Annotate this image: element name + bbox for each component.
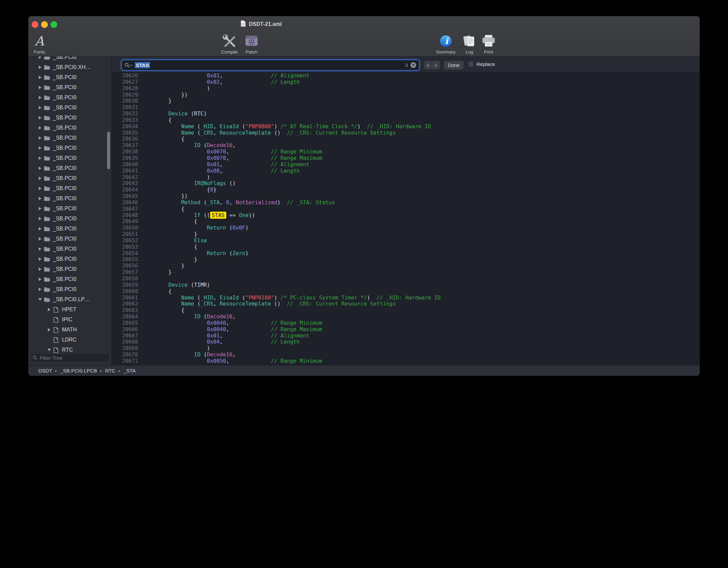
sidebar-item-math[interactable]: MATH (28, 325, 111, 335)
search-field[interactable]: ▾ STAS 3 ✕ (122, 60, 419, 70)
breadcrumb-item[interactable]: DSDT (38, 368, 52, 374)
sidebar-item-sb-pci0[interactable]: _SB.PCI0 (28, 133, 111, 143)
line-number: 20640 (112, 162, 138, 168)
code-line: 20651 } (112, 231, 700, 238)
code-view[interactable]: 20626 0x01, // Alignment20627 0x02, // L… (112, 72, 700, 366)
zoom-button[interactable] (51, 21, 57, 28)
sidebar-item-sb-pci0[interactable]: _SB.PCI0 (28, 224, 111, 234)
sidebar-item-rtc[interactable]: RTC (28, 345, 111, 353)
sidebar-item-sb-pci0[interactable]: _SB.PCI0 (28, 93, 111, 103)
folder-icon (43, 277, 51, 282)
search-query-text[interactable]: STAS (135, 62, 151, 68)
chevron-right-icon[interactable] (37, 216, 43, 221)
sidebar-item-sb-pci0-lp[interactable]: _SB.PCI0.LP… (28, 294, 111, 305)
sidebar-item-sb-pci0[interactable]: _SB.PCI0 (28, 113, 111, 123)
chevron-right-icon[interactable] (37, 206, 43, 211)
folder-icon (43, 156, 51, 161)
chevron-right-icon[interactable] (37, 136, 43, 140)
find-steppers: ‹ › (424, 61, 440, 70)
chevron-right-icon[interactable] (37, 65, 43, 70)
chevron-right-icon[interactable] (37, 287, 43, 292)
sidebar-item-sb-pci0[interactable]: _SB.PCI0 (28, 204, 111, 214)
sidebar-item-sb-pci0[interactable]: _SB.PCI0 (28, 183, 111, 193)
sidebar-item-sb-pci0[interactable]: _SB.PCI0 (28, 284, 111, 294)
search-options-chevron-icon[interactable]: ▾ (130, 64, 132, 67)
chevron-right-icon[interactable] (37, 186, 43, 191)
sidebar-item-sb-pci0[interactable]: _SB.PCI0 (28, 214, 111, 224)
sidebar-item-sb-pci0[interactable]: _SB.PCI0 (28, 234, 111, 244)
chevron-right-icon[interactable] (37, 166, 43, 171)
chevron-right-icon[interactable] (37, 237, 43, 241)
chevron-right-icon[interactable] (37, 146, 43, 150)
disclosure-placeholder (46, 338, 52, 342)
sidebar-item-sb-pci0[interactable]: _SB.PCI0 (28, 244, 111, 254)
code-line: 20655 } (112, 256, 700, 263)
breadcrumb-item[interactable]: _STA (124, 368, 136, 374)
chevron-right-icon[interactable] (37, 156, 43, 161)
fonts-toolbar-button[interactable]: A Fonts (28, 33, 58, 55)
sidebar-item-sb-pci0[interactable]: _SB.PCI0 (28, 57, 111, 62)
chevron-down-icon[interactable] (37, 297, 43, 302)
done-button[interactable]: Done (443, 61, 464, 70)
print-toolbar-button[interactable]: Print (470, 33, 507, 55)
clear-search-icon[interactable]: ✕ (410, 62, 416, 68)
sidebar-item-sb-pci0[interactable]: _SB.PCI0 (28, 153, 111, 163)
find-previous-button[interactable]: ‹ (424, 61, 432, 70)
chevron-right-icon[interactable] (37, 226, 43, 231)
titlebar[interactable]: DSDT-21.aml (28, 16, 700, 33)
editor-pane: ▾ STAS 3 ✕ ‹ › Done Replace 20626 (112, 57, 700, 366)
sidebar-item-sb-pci0[interactable]: _SB.PCI0 (28, 143, 111, 153)
chevron-right-icon[interactable] (37, 105, 43, 110)
sidebar-item-sb-pci0-xh[interactable]: _SB.PCI0.XH… (28, 62, 111, 72)
sidebar-item-sb-pci0[interactable]: _SB.PCI0 (28, 72, 111, 82)
find-next-button[interactable]: › (432, 61, 440, 70)
sidebar-item-sb-pci0[interactable]: _SB.PCI0 (28, 82, 111, 93)
sidebar-item-ipic[interactable]: IPIC (28, 315, 111, 325)
sidebar-item-sb-pci0[interactable]: _SB.PCI0 (28, 163, 111, 173)
chevron-right-icon[interactable] (46, 307, 52, 312)
sidebar-scrollbar[interactable] (107, 132, 110, 169)
tree-item-label: _SB.PCI0 (53, 266, 76, 272)
code-line: 20640 0x01, // Alignment (112, 162, 700, 168)
search-icon[interactable]: ▾ (125, 63, 132, 68)
sidebar-item-sb-pci0[interactable]: _SB.PCI0 (28, 123, 111, 133)
line-number: 20652 (112, 238, 138, 244)
chevron-right-icon[interactable] (37, 85, 43, 90)
chevron-right-icon[interactable] (37, 95, 43, 100)
code-text: Name (_HID, EisaId ("PNP0100") /* PC-cla… (143, 294, 441, 301)
chevron-right-icon[interactable] (37, 176, 43, 181)
chevron-right-icon[interactable] (37, 267, 43, 272)
code-text: ) (143, 85, 210, 92)
chevron-down-icon[interactable] (46, 348, 52, 352)
code-line: 20641 0x08, // Length (112, 168, 700, 174)
replace-checkbox[interactable] (468, 61, 474, 67)
tree-item-label: _SB.PCI0 (53, 105, 76, 111)
close-button[interactable] (32, 21, 38, 28)
chevron-right-icon[interactable] (37, 75, 43, 80)
chevron-right-icon[interactable] (37, 115, 43, 120)
minimize-button[interactable] (41, 21, 48, 28)
chevron-right-icon[interactable] (46, 327, 52, 332)
print-label: Print (484, 49, 493, 55)
chevron-right-icon[interactable] (37, 247, 43, 251)
chevron-right-icon[interactable] (37, 57, 43, 60)
chevron-right-icon[interactable] (37, 257, 43, 261)
chevron-right-icon[interactable] (37, 126, 43, 130)
sidebar-item-sb-pci0[interactable]: _SB.PCI0 (28, 103, 111, 113)
sidebar-item-sb-pci0[interactable]: _SB.PCI0 (28, 254, 111, 264)
patch-toolbar-button[interactable]: Patch (233, 33, 270, 55)
sidebar-item-hpet[interactable]: HPET (28, 305, 111, 315)
sidebar-item-sb-pci0[interactable]: _SB.PCI0 (28, 274, 111, 284)
code-line: 20648 If ((STAS == One)) (112, 212, 700, 219)
line-number: 20664 (112, 314, 138, 320)
sidebar-item-sb-pci0[interactable]: _SB.PCI0 (28, 193, 111, 204)
breadcrumb-item[interactable]: _SB.PCI0.LPCB (60, 368, 97, 374)
chevron-right-icon[interactable] (37, 196, 43, 201)
chevron-right-icon[interactable] (37, 277, 43, 282)
code-line: 20662 Name (_CRS, ResourceTemplate () //… (112, 301, 700, 307)
breadcrumb-item[interactable]: RTC (105, 368, 115, 374)
sidebar-item-sb-pci0[interactable]: _SB.PCI0 (28, 264, 111, 274)
sidebar-item-sb-pci0[interactable]: _SB.PCI0 (28, 173, 111, 183)
sidebar-item-ldrc[interactable]: LDRC (28, 335, 111, 345)
filter-tree-input[interactable] (30, 353, 110, 362)
